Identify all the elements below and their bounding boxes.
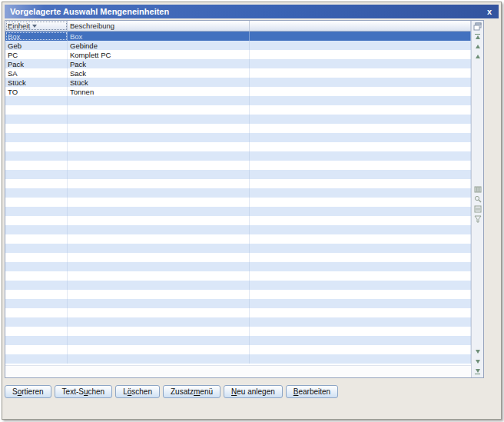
cell-beschreibung	[68, 225, 250, 234]
units-grid: EinheitBeschreibung BoxBoxGebGebindePCKo…	[5, 21, 471, 377]
window-title: Vorgelagerte Auswahl Mengeneinheiten	[10, 7, 486, 16]
table-body: BoxBoxGebGebindePCKomplett PCPackPackSAS…	[5, 32, 471, 365]
filter-icon[interactable]	[473, 215, 482, 224]
cell-filler	[250, 354, 471, 364]
table-row-empty	[5, 170, 471, 179]
cell-einheit	[5, 105, 68, 115]
button-bearbeiten[interactable]: Bearbeiten	[286, 385, 338, 398]
cell-einheit	[5, 216, 68, 225]
cell-filler	[250, 179, 471, 188]
button-neu-anlegen[interactable]: Neu anlegen	[224, 385, 283, 398]
cell-einheit: TO	[5, 87, 68, 96]
cell-einheit	[5, 115, 68, 124]
grid-columns-icon[interactable]	[473, 185, 482, 194]
search-icon[interactable]	[473, 195, 482, 204]
button-text-suchen[interactable]: Text-Suchen	[55, 385, 113, 398]
cell-filler	[250, 207, 471, 216]
cell-filler	[250, 161, 471, 170]
table-row[interactable]: BoxBox	[5, 32, 471, 41]
button-sortieren[interactable]: Sortieren	[5, 385, 51, 398]
cell-filler	[250, 198, 471, 207]
scroll-to-top-icon[interactable]	[473, 32, 482, 41]
table-row[interactable]: PackPack	[5, 59, 471, 68]
cell-filler	[250, 281, 471, 290]
cell-einheit	[5, 179, 68, 188]
button-zusatzmen-[interactable]: Zusatzmenü	[163, 385, 220, 398]
cell-filler	[250, 253, 471, 262]
table-row-empty	[5, 354, 471, 364]
column-header-beschreibung[interactable]: Beschreibung	[68, 21, 250, 31]
cell-einheit	[5, 142, 68, 151]
cell-filler	[250, 317, 471, 327]
cell-einheit	[5, 244, 68, 253]
cell-beschreibung: Komplett PC	[68, 50, 250, 59]
cell-einheit	[5, 133, 68, 142]
cell-beschreibung: Tonnen	[68, 87, 250, 96]
close-icon[interactable]: x	[486, 7, 493, 16]
cell-beschreibung	[68, 299, 250, 308]
table-row[interactable]: StückStück	[5, 78, 471, 87]
cell-einheit	[5, 225, 68, 234]
cell-beschreibung: Gebinde	[68, 41, 250, 50]
cell-filler	[250, 188, 471, 198]
cell-beschreibung	[68, 198, 250, 207]
cell-einheit: Stück	[5, 78, 68, 87]
page-down-icon[interactable]	[473, 357, 482, 366]
scroll-up-icon[interactable]	[473, 42, 482, 51]
table-row-empty	[5, 299, 471, 308]
column-header-label: Einheit	[8, 22, 30, 30]
table-row-empty	[5, 290, 471, 299]
cell-beschreibung: Stück	[68, 78, 250, 87]
cell-beschreibung: Box	[68, 32, 250, 41]
cell-einheit	[5, 327, 68, 336]
table-row-empty	[5, 161, 471, 170]
cell-einheit	[5, 281, 68, 290]
cell-einheit	[5, 151, 68, 161]
overlapping-windows-icon[interactable]	[473, 22, 482, 31]
table-row-empty	[5, 216, 471, 225]
cell-filler	[250, 308, 471, 317]
cell-filler	[250, 32, 471, 41]
cell-beschreibung	[68, 216, 250, 225]
cell-filler	[250, 68, 471, 78]
table-footer-strip	[5, 365, 471, 377]
cell-einheit	[5, 198, 68, 207]
scroll-down-icon[interactable]	[473, 347, 482, 356]
button-l-schen[interactable]: Löschen	[115, 385, 160, 398]
cell-einheit	[5, 336, 68, 345]
scroll-to-bottom-icon[interactable]	[473, 367, 482, 376]
cell-filler	[250, 327, 471, 336]
cell-filler	[250, 115, 471, 124]
column-header-label: Beschreibung	[70, 22, 114, 30]
cell-beschreibung: Sack	[68, 68, 250, 78]
cell-filler	[250, 133, 471, 142]
page-up-icon[interactable]	[473, 52, 482, 61]
table-row[interactable]: TOTonnen	[5, 87, 471, 96]
table-row-empty	[5, 271, 471, 281]
table-row-empty	[5, 336, 471, 345]
table-row-empty	[5, 105, 471, 115]
table-header-row: EinheitBeschreibung	[5, 21, 471, 32]
cell-einheit: Geb	[5, 41, 68, 50]
cell-beschreibung	[68, 281, 250, 290]
cell-filler	[250, 271, 471, 281]
title-bar: Vorgelagerte Auswahl Mengeneinheiten x	[5, 5, 499, 18]
cell-beschreibung	[68, 188, 250, 198]
goto-record-icon[interactable]	[473, 205, 482, 214]
table-row-empty	[5, 345, 471, 354]
cell-einheit: SA	[5, 68, 68, 78]
cell-beschreibung	[68, 354, 250, 364]
table-row-empty	[5, 327, 471, 336]
cell-beschreibung	[68, 124, 250, 133]
table-row-empty	[5, 225, 471, 234]
table-row[interactable]: GebGebinde	[5, 41, 471, 50]
table-row[interactable]: SASack	[5, 68, 471, 78]
table-side-toolbar	[471, 21, 483, 377]
column-header-einheit[interactable]: Einheit	[5, 21, 68, 31]
table-row-empty	[5, 115, 471, 124]
cell-filler	[250, 225, 471, 234]
table-row[interactable]: PCKomplett PC	[5, 50, 471, 59]
cell-einheit	[5, 262, 68, 271]
cell-beschreibung	[68, 244, 250, 253]
button-bar: SortierenText-SuchenLöschenZusatzmenüNeu…	[5, 385, 338, 398]
